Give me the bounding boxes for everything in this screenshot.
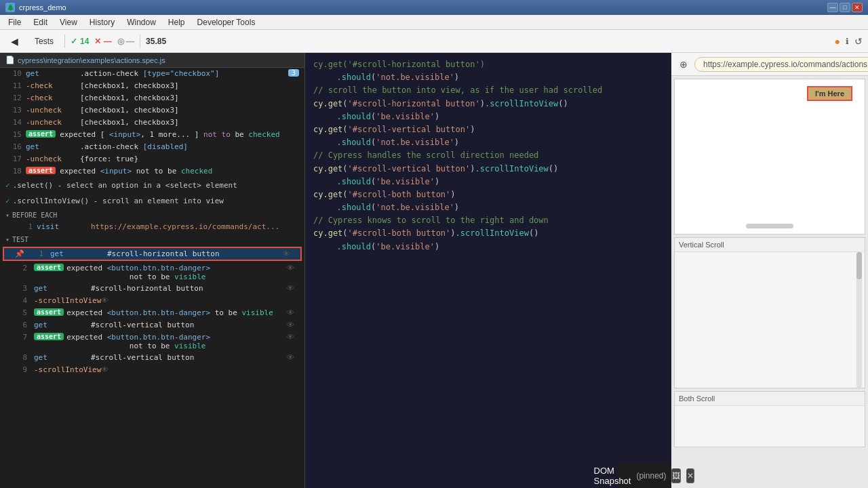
tests-button[interactable]: Tests	[29, 35, 59, 48]
horizontal-scroll-box: I'm Here	[674, 79, 865, 235]
file-icon: 📄	[5, 56, 15, 64]
pin-icon: 📌	[15, 249, 24, 258]
test-list[interactable]: 10 get .action-check [type="checkbox"] 3…	[0, 68, 304, 488]
right-browser-panel: ⊕ https://example.cypress.io/commands/ac…	[671, 53, 868, 488]
close-button[interactable]: ✕	[852, 3, 863, 12]
menu-history[interactable]: History	[84, 16, 120, 28]
dot-icon: ●	[835, 36, 840, 47]
main-layout: 📄 cypress\integration\examples\actions.s…	[0, 53, 868, 488]
table-row: 17 -uncheck {force: true}	[0, 153, 304, 165]
back-button[interactable]: ◀	[5, 34, 24, 49]
table-row: 10 get .action-check [type="checkbox"] 3	[0, 68, 304, 80]
table-row: 6 get #scroll-vertical button 👁	[0, 319, 304, 331]
eye-icon: 👁	[283, 249, 295, 258]
test-section: ▾ TEST	[0, 233, 304, 245]
app-icon: 🌲	[5, 3, 15, 12]
menu-window[interactable]: Window	[121, 16, 161, 28]
im-here-button[interactable]: I'm Here	[807, 86, 852, 101]
both-scroll-label: Both Scroll	[675, 392, 865, 406]
left-panel: 📄 cypress\integration\examples\actions.s…	[0, 53, 305, 488]
content-area: cy.get('#scroll-horizontal button') .sho…	[305, 53, 868, 488]
title-bar: 🌲 crpress_demo — □ ✕	[0, 0, 868, 15]
check-icon-2: ✓	[5, 197, 10, 205]
both-scroll-inner	[675, 406, 865, 447]
pass-icon: ✓	[71, 37, 77, 46]
menu-edit[interactable]: Edit	[28, 16, 53, 28]
pass-stats: ✓ 14	[71, 37, 89, 46]
dom-snapshot-bar: DOM Snapshot (pinned) 🖼 ✕	[617, 464, 671, 488]
address-bar[interactable]: https://example.cypress.io/commands/acti…	[694, 57, 868, 72]
preview-area: I'm Here Vertical Scroll Both Scroll	[671, 76, 868, 488]
file-path: cypress\integration\examples\actions.spe…	[18, 56, 165, 64]
minimize-button[interactable]: —	[827, 3, 838, 12]
table-row: 7 assert expected <button.btn.btn-danger…	[0, 331, 304, 352]
before-each-row: 1 visit https://example.cypress.io/comma…	[0, 221, 304, 233]
browser-nav-icon[interactable]: ⊕	[677, 58, 690, 71]
menu-developer-tools[interactable]: Developer Tools	[192, 16, 261, 28]
eye-icon-8: 👁	[287, 353, 299, 362]
test-section-label: TEST	[12, 236, 28, 243]
select-label: .select() - select an option in a <selec…	[13, 181, 237, 190]
scroll-into-view-item[interactable]: ✓ .scrollIntoView() - scroll an element …	[0, 193, 304, 209]
menu-help[interactable]: Help	[163, 16, 191, 28]
table-row: 11 -check [checkbox1, checkbox3]	[0, 80, 304, 92]
fail-label: ✕ —	[94, 37, 111, 46]
table-row: 15 assert expected [ <input>, 1 more... …	[0, 129, 304, 141]
pending-stats: ◎ —	[117, 37, 134, 46]
browser-toolbar: ⊕ https://example.cypress.io/commands/ac…	[671, 53, 868, 76]
eye-icon-4: 👁	[101, 296, 113, 305]
table-row: 16 get .action-check [disabled]	[0, 141, 304, 153]
file-header: 📄 cypress\integration\examples\actions.s…	[0, 53, 304, 68]
active-test-row[interactable]: 📌 1 get #scroll-horizontal button 👁	[3, 247, 302, 261]
eye-icon-5: 👁	[287, 308, 299, 317]
menu-file[interactable]: File	[3, 16, 26, 28]
vertical-scroll-inner	[675, 252, 865, 388]
check-icon: ✓	[5, 181, 10, 190]
table-row: 3 get #scroll-horizontal button 👁	[0, 283, 304, 295]
dom-pinned-label: (pinned)	[636, 471, 666, 481]
menu-view[interactable]: View	[54, 16, 83, 28]
section-arrow: ▾	[5, 211, 9, 219]
info-icon: ℹ	[846, 37, 849, 46]
divider	[64, 35, 65, 48]
maximize-button[interactable]: □	[840, 3, 850, 12]
eye-icon-9: 👁	[101, 365, 113, 374]
menu-bar: File Edit View History Window Help Devel…	[0, 15, 868, 30]
window-controls: — □ ✕	[827, 3, 863, 12]
before-each-label: BEFORE EACH	[12, 211, 57, 219]
select-item[interactable]: ✓ .select() - select an option in a <sel…	[0, 178, 304, 193]
dom-snapshot-label: DOM Snapshot	[594, 466, 631, 486]
reload-button[interactable]: ↺	[854, 36, 863, 47]
test-toolbar: ◀ Tests ✓ 14 ✕ — ◎ — 35.85 ● ℹ ↺	[0, 30, 868, 53]
eye-icon-3: 👁	[287, 284, 299, 293]
table-row: 12 -check [checkbox1, checkbox3]	[0, 92, 304, 104]
pending-label: ◎ —	[117, 37, 134, 46]
horizontal-scrollbar	[746, 224, 793, 228]
duration: 35.85	[146, 37, 166, 46]
dom-image-button[interactable]: 🖼	[671, 468, 681, 483]
table-row: 5 assert expected <button.btn.btn-danger…	[0, 307, 304, 319]
table-row: 9 -scrollIntoView 👁	[0, 364, 304, 376]
eye-icon-6: 👁	[287, 321, 299, 329]
scroll-into-view-label: .scrollIntoView() - scroll an element in…	[13, 197, 224, 205]
vertical-scroll-label: Vertical Scroll	[675, 238, 865, 252]
vertical-thumb	[856, 252, 862, 279]
eye-icon-2: 👁	[287, 264, 299, 272]
table-row: 13 -uncheck [checkbox1, checkbox3]	[0, 104, 304, 117]
table-row: 8 get #scroll-vertical button 👁	[0, 352, 304, 364]
tests-label: Tests	[35, 37, 54, 46]
vertical-scroll-box: Vertical Scroll	[674, 237, 865, 388]
fail-stats: ✕ —	[94, 37, 111, 46]
table-row: 4 -scrollIntoView 👁	[0, 295, 304, 307]
test-section-arrow: ▾	[5, 236, 9, 243]
table-row: 18 assert expected <input> not to be che…	[0, 165, 304, 178]
dom-close-button[interactable]: ✕	[686, 468, 694, 483]
table-row: 2 assert expected <button.btn.btn-danger…	[0, 262, 304, 283]
eye-icon-7: 👁	[287, 333, 299, 342]
both-scroll-box: Both Scroll	[674, 391, 865, 447]
table-row: 14 -uncheck [checkbox1, checkbox3]	[0, 117, 304, 129]
url-text: https://example.cypress.io/commands/acti…	[703, 60, 867, 69]
divider2	[140, 35, 140, 48]
before-each-section: ▾ BEFORE EACH	[0, 209, 304, 221]
pass-count: 14	[80, 37, 89, 46]
